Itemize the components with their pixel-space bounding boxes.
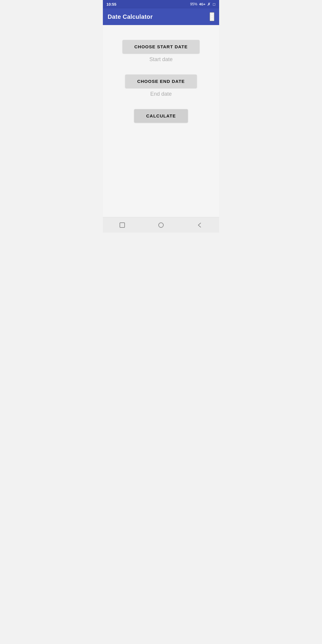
status-bar: 10:55 95% 4G+ ✗ ◻ [103, 0, 219, 8]
home-button[interactable] [152, 219, 170, 231]
status-time: 10:55 [106, 2, 116, 7]
svg-rect-0 [120, 223, 125, 227]
status-right: 95% 4G+ ✗ ◻ [190, 2, 216, 7]
signal-indicator: 4G+ [199, 2, 205, 6]
back-button[interactable] [191, 219, 209, 231]
choose-start-date-button[interactable]: CHOOSE START DATE [123, 40, 200, 53]
more-options-button[interactable] [210, 12, 214, 21]
phone-icon: ◻ [213, 2, 216, 6]
main-content: CHOOSE START DATE Start date CHOOSE END … [103, 25, 219, 217]
svg-point-1 [159, 223, 163, 227]
recent-apps-button[interactable] [113, 219, 131, 231]
app-bar-title: Date Calculator [108, 13, 153, 20]
square-icon [119, 222, 126, 228]
app-bar: Date Calculator [103, 8, 219, 25]
triangle-icon [196, 222, 203, 228]
circle-icon [158, 222, 164, 228]
end-date-label: End date [150, 91, 172, 97]
start-date-label: Start date [149, 56, 173, 63]
bottom-nav [103, 217, 219, 233]
battery-level: 95% [190, 2, 197, 6]
menu-dot-3 [211, 18, 213, 19]
calculate-button[interactable]: CALCULATE [134, 109, 188, 123]
menu-dot-2 [211, 16, 213, 17]
bluetooth-icon: ✗ [207, 2, 211, 7]
status-left: 10:55 [106, 2, 116, 7]
menu-dot-1 [211, 14, 213, 15]
choose-end-date-button[interactable]: CHOOSE END DATE [125, 75, 197, 88]
